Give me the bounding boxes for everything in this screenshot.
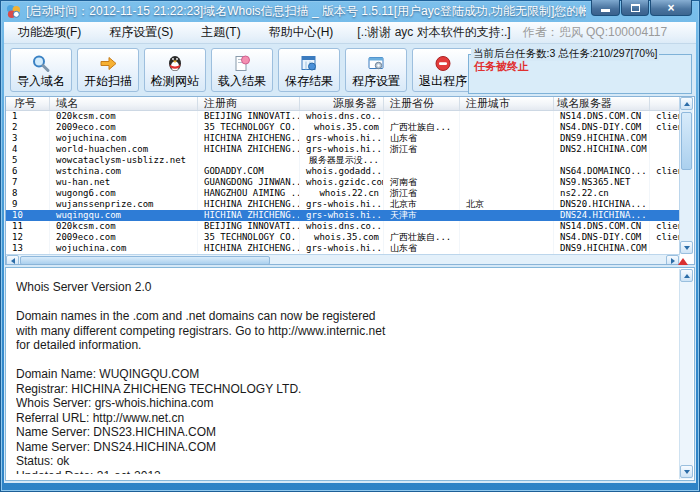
cell-province: 广西壮族自... [384, 232, 460, 243]
table-row[interactable]: 13 wojuchina.com HICHINA ZHICHENG... grs… [6, 243, 680, 254]
table-row[interactable]: 4 world-huachen.com HICHINA ZHICHENG... … [6, 144, 680, 155]
load-results-label: 载入结果 [218, 74, 266, 88]
col-header-index[interactable]: 序号 [6, 97, 50, 110]
scroll-up-button[interactable] [680, 97, 693, 110]
document-icon [232, 53, 252, 74]
arrow-down-icon [684, 470, 690, 474]
cell-domain: wowcataclysm-usblizz.net [50, 155, 198, 166]
cell-nameserver: NS9.NS365.NET [554, 177, 650, 188]
cell-city [460, 188, 554, 199]
settings-window-icon [366, 53, 386, 74]
table-row[interactable]: 11 020kcsm.com BEIJING INNOVATI... whois… [6, 221, 680, 232]
exit-icon [433, 53, 453, 74]
cell-domain: wujanssenprize.com [50, 199, 198, 210]
cell-status [650, 199, 680, 210]
hscroll-thumb[interactable] [20, 256, 270, 265]
maximize-button[interactable] [621, 0, 649, 16]
whois-scroll-up-button[interactable] [680, 269, 693, 282]
arrow-down-icon [684, 246, 690, 250]
table-header[interactable]: 序号 域名 注册商 源服务器 注册省份 注册城市 域名服务器 [6, 97, 680, 111]
cell-status: clientT [650, 221, 680, 232]
menu-program-settings[interactable]: 程序设置(S) [95, 22, 187, 43]
cell-status: clientT [650, 232, 680, 243]
program-settings-label: 程序设置 [352, 74, 400, 88]
support-note: [.:谢谢 ayc 对本软件的支持:.] [347, 24, 520, 41]
cell-registrar [198, 155, 300, 166]
col-header-city[interactable]: 注册城市 [460, 97, 554, 110]
table-row[interactable]: 8 wugong6.com HANGZHOU AIMING ... whois.… [6, 188, 680, 199]
cell-status [650, 210, 680, 221]
cell-nameserver: DNS20.HICHINA... [554, 199, 650, 210]
close-button[interactable]: × [650, 0, 692, 16]
cell-index: 8 [6, 188, 50, 199]
menu-function-options[interactable]: 功能选项(F) [4, 22, 95, 43]
whois-text: Whois Server Version 2.0 Domain names in… [16, 280, 672, 474]
cell-province: 广西壮族自... [384, 122, 460, 133]
cell-city [460, 155, 554, 166]
whois-line: Whois Server Version 2.0 [16, 280, 672, 295]
cell-province: 河南省 [384, 177, 460, 188]
minimize-button[interactable] [591, 0, 620, 16]
cell-status [650, 133, 680, 144]
cell-registrar: 35 TECHNOLOGY CO. [198, 232, 300, 243]
start-scan-button[interactable]: 开始扫描 [77, 48, 139, 92]
col-header-domain[interactable]: 域名 [50, 97, 198, 110]
cell-whois-server: whois.35.com [300, 122, 384, 133]
whois-line: Whois Server: grs-whois.hichina.com [16, 396, 672, 411]
vscroll-thumb[interactable] [681, 112, 692, 170]
col-header-province[interactable]: 注册省份 [384, 97, 460, 110]
cell-city [460, 144, 554, 155]
load-results-button[interactable]: 载入结果 [211, 48, 273, 92]
import-domains-button[interactable]: 导入域名 [10, 48, 72, 92]
cell-city [460, 111, 554, 122]
save-results-button[interactable]: 保存结果 [278, 48, 340, 92]
check-website-button[interactable]: 检测网站 [144, 48, 206, 92]
task-panel: 当前后台任务数:3 总任务:210/297[70%] 任务被终止 [468, 54, 692, 94]
exit-program-button[interactable]: 退出程序 [412, 48, 474, 92]
scroll-down-button[interactable] [680, 241, 693, 254]
whois-scroll-down-button[interactable] [680, 465, 693, 478]
cell-registrar: HANGZHOU AIMING ... [198, 188, 300, 199]
table-vscrollbar[interactable] [679, 97, 693, 254]
table-row[interactable]: 3 wojuchina.com HICHINA ZHICHENG... grs-… [6, 133, 680, 144]
cell-index: 7 [6, 177, 50, 188]
cell-domain: world-huachen.com [50, 144, 198, 155]
program-settings-button[interactable]: 程序设置 [345, 48, 407, 92]
close-icon: × [667, 1, 674, 15]
cell-province [384, 111, 460, 122]
cell-status: clientU [650, 166, 680, 177]
cell-status: clientT [650, 122, 680, 133]
cell-city [460, 243, 554, 254]
menu-theme[interactable]: 主题(T) [187, 22, 254, 43]
window-title: [启动时间：2012-11-15 21:22:23]域名Whois信息扫描 _ … [26, 3, 586, 20]
cell-city: 北京 [460, 199, 554, 210]
col-header-registrar[interactable]: 注册商 [198, 97, 300, 110]
cell-city [460, 122, 554, 133]
col-header-whois-server[interactable]: 源服务器 [300, 97, 384, 110]
table-row[interactable]: 6 wstchina.com GODADDY.COM whois.godadd.… [6, 166, 680, 177]
whois-detail-panel[interactable]: Whois Server Version 2.0 Domain names in… [5, 267, 695, 481]
col-header-nameserver[interactable]: 域名服务器 [554, 97, 650, 110]
table-row[interactable]: 12 2009eco.com 35 TECHNOLOGY CO. whois.3… [6, 232, 680, 243]
table-row[interactable]: 5 wowcataclysm-usblizz.net 服务器显示没... [6, 155, 680, 166]
cell-whois-server: whois.dns.co... [300, 221, 384, 232]
table-row[interactable]: 10 wuqingqu.com HICHINA ZHICHENG... grs-… [6, 210, 680, 221]
table-body: 1 020kcsm.com BEIJING INNOVATI... whois.… [6, 111, 680, 254]
title-bar[interactable]: [启动时间：2012-11-15 21:22:23]域名Whois信息扫描 _ … [0, 0, 700, 22]
col-header-status[interactable] [650, 97, 680, 110]
table-row[interactable]: 1 020kcsm.com BEIJING INNOVATI... whois.… [6, 111, 680, 122]
cell-city [460, 166, 554, 177]
scroll-left-button[interactable] [6, 255, 19, 265]
table-row[interactable]: 2 2009eco.com 35 TECHNOLOGY CO. whois.35… [6, 122, 680, 133]
cell-province [384, 166, 460, 177]
splitter-caret-icon[interactable] [678, 258, 688, 265]
cell-registrar: HICHINA ZHICHENG... [198, 210, 300, 221]
cell-status [650, 144, 680, 155]
cell-domain: wojuchina.com [50, 243, 198, 254]
whois-vscrollbar[interactable] [679, 269, 693, 479]
table-row[interactable]: 7 wu-han.net GUANGDONG JINWAN... whois.g… [6, 177, 680, 188]
table-row[interactable]: 9 wujanssenprize.com HICHINA ZHICHENG...… [6, 199, 680, 210]
menu-help-center[interactable]: 帮助中心(H) [255, 22, 348, 43]
cell-city [460, 210, 554, 221]
table-hscrollbar[interactable] [6, 254, 680, 265]
